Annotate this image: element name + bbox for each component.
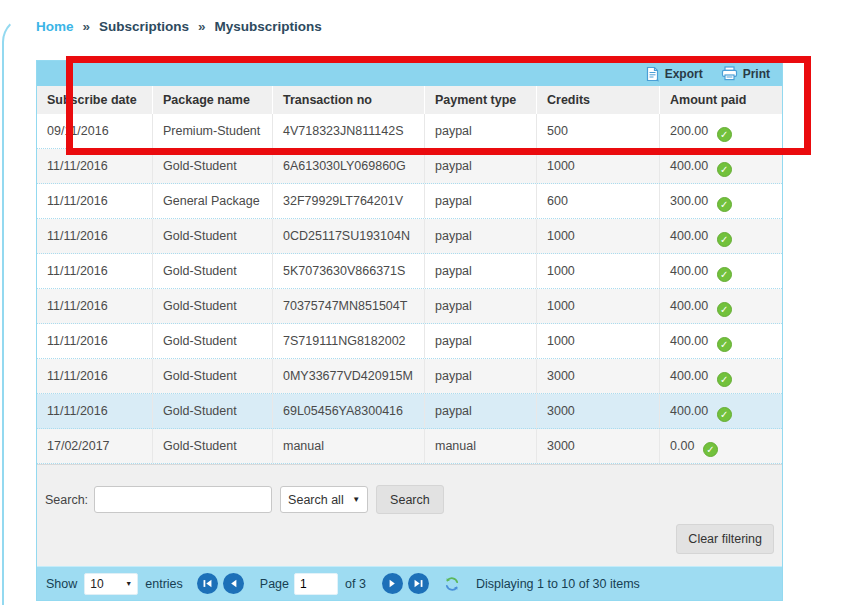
amount-paid-value: 400.00 (670, 159, 708, 173)
previous-page-button[interactable] (223, 573, 244, 594)
total-pages-label: of 3 (345, 577, 366, 591)
table-row[interactable]: 17/02/2017 Gold-Student manual manual 30… (37, 429, 782, 464)
cell-amount-paid: 400.00 ✓ (660, 394, 783, 428)
column-header-payment-type[interactable]: Payment type (425, 86, 537, 114)
table-row[interactable]: 11/11/2016 Gold-Student 0MY33677VD420915… (37, 359, 782, 394)
cell-payment-type: paypal (425, 254, 537, 288)
entries-label: entries (145, 577, 183, 591)
table-row[interactable]: 11/11/2016 Gold-Student 70375747MN851504… (37, 289, 782, 324)
table-row[interactable]: 09/11/2016 Premium-Student 4V718323JN811… (37, 114, 782, 149)
page-label: Page (260, 577, 289, 591)
table-row[interactable]: 11/11/2016 Gold-Student 5K7073630V866371… (37, 254, 782, 289)
cell-credits: 3000 (537, 394, 660, 428)
paid-success-check-icon: ✓ (717, 232, 732, 247)
amount-paid-value: 300.00 (670, 194, 708, 208)
column-header-transaction-no[interactable]: Transaction no (273, 86, 425, 114)
first-page-button[interactable] (197, 573, 218, 594)
breadcrumb-separator: » (198, 19, 206, 34)
breadcrumb-home-link[interactable]: Home (36, 19, 74, 34)
table-row[interactable]: 11/11/2016 Gold-Student 0CD25117SU193104… (37, 219, 782, 254)
print-button-label: Print (743, 67, 770, 81)
refresh-icon (444, 576, 460, 592)
table-row[interactable]: 11/11/2016 General Package 32F79929LT764… (37, 184, 782, 219)
breadcrumb: Home » Subscriptions » Mysubscriptions (36, 19, 322, 34)
cell-subscribe-date: 09/11/2016 (37, 114, 153, 148)
breadcrumb-mysubscriptions: Mysubscriptions (215, 19, 322, 34)
cell-credits: 600 (537, 184, 660, 218)
table-row[interactable]: 11/11/2016 Gold-Student 69L05456YA830041… (37, 394, 782, 429)
cell-package-name: Gold-Student (153, 219, 273, 253)
export-button[interactable]: Export (645, 66, 703, 82)
current-page-input[interactable] (294, 573, 338, 595)
column-header-amount-paid[interactable]: Amount paid (660, 86, 783, 114)
print-button[interactable]: Print (721, 66, 770, 81)
breadcrumb-subscriptions-link[interactable]: Subscriptions (99, 19, 189, 34)
search-button[interactable]: Search (376, 485, 444, 514)
column-header-credits[interactable]: Credits (537, 86, 660, 114)
chevron-down-icon: ▼ (125, 580, 132, 587)
cell-credits: 3000 (537, 359, 660, 393)
cell-package-name: Gold-Student (153, 394, 273, 428)
cell-credits: 1000 (537, 149, 660, 183)
last-page-button[interactable] (408, 573, 429, 594)
entries-per-page-select[interactable]: 10 ▼ (84, 573, 138, 595)
next-page-button[interactable] (382, 573, 403, 594)
previous-page-icon (228, 578, 239, 589)
cell-credits: 3000 (537, 429, 660, 463)
cell-transaction-no: 70375747MN851504T (273, 289, 425, 323)
cell-payment-type: paypal (425, 219, 537, 253)
amount-paid-value: 200.00 (670, 124, 708, 138)
cell-amount-paid: 400.00 ✓ (660, 359, 783, 393)
amount-paid-value: 0.00 (670, 439, 694, 453)
next-page-icon (387, 578, 398, 589)
cell-subscribe-date: 11/11/2016 (37, 324, 153, 358)
paid-success-check-icon: ✓ (717, 162, 732, 177)
search-input[interactable] (94, 486, 272, 513)
cell-amount-paid: 0.00 ✓ (660, 429, 783, 463)
paid-success-check-icon: ✓ (717, 302, 732, 317)
cell-transaction-no: 0MY33677VD420915M (273, 359, 425, 393)
subscriptions-panel: Export Print Subscribe date Package name… (36, 60, 783, 601)
cell-subscribe-date: 11/11/2016 (37, 254, 153, 288)
pagination-bar: Show 10 ▼ entries Page of 3 (37, 566, 782, 600)
cell-credits: 1000 (537, 254, 660, 288)
refresh-button[interactable] (444, 576, 460, 592)
cell-package-name: Gold-Student (153, 149, 273, 183)
cell-transaction-no: 7S719111NG8182002 (273, 324, 425, 358)
paid-success-check-icon: ✓ (703, 442, 718, 457)
chevron-down-icon: ▼ (352, 495, 360, 504)
cell-package-name: Gold-Student (153, 359, 273, 393)
cell-transaction-no: 6A613030LY069860G (273, 149, 425, 183)
show-label: Show (46, 577, 77, 591)
cell-package-name: General Package (153, 184, 273, 218)
print-icon (721, 66, 738, 81)
column-header-package-name[interactable]: Package name (153, 86, 273, 114)
cell-subscribe-date: 11/11/2016 (37, 184, 153, 218)
cell-amount-paid: 400.00 ✓ (660, 324, 783, 358)
first-page-icon (202, 578, 213, 589)
pagination-status-text: Displaying 1 to 10 of 30 items (476, 577, 640, 591)
amount-paid-value: 400.00 (670, 404, 708, 418)
table-row[interactable]: 11/11/2016 Gold-Student 6A613030LY069860… (37, 149, 782, 184)
cell-package-name: Gold-Student (153, 254, 273, 288)
paid-success-check-icon: ✓ (717, 127, 732, 142)
table-footer: Search: Search all ▼ Search Clear filter… (37, 464, 782, 566)
table-row[interactable]: 11/11/2016 Gold-Student 7S719111NG818200… (37, 324, 782, 359)
clear-filtering-button[interactable]: Clear filtering (676, 524, 774, 554)
amount-paid-value: 400.00 (670, 369, 708, 383)
cell-transaction-no: 69L05456YA8300416 (273, 394, 425, 428)
cell-payment-type: paypal (425, 184, 537, 218)
amount-paid-value: 400.00 (670, 229, 708, 243)
cell-package-name: Gold-Student (153, 289, 273, 323)
cell-subscribe-date: 11/11/2016 (37, 219, 153, 253)
cell-amount-paid: 400.00 ✓ (660, 149, 783, 183)
search-scope-selected-value: Search all (288, 493, 344, 507)
cell-payment-type: paypal (425, 359, 537, 393)
search-scope-select[interactable]: Search all ▼ (280, 486, 368, 513)
cell-package-name: Gold-Student (153, 429, 273, 463)
cell-credits: 1000 (537, 324, 660, 358)
cell-subscribe-date: 11/11/2016 (37, 359, 153, 393)
column-header-subscribe-date[interactable]: Subscribe date (37, 86, 153, 114)
cell-amount-paid: 200.00 ✓ (660, 114, 783, 148)
cell-credits: 500 (537, 114, 660, 148)
